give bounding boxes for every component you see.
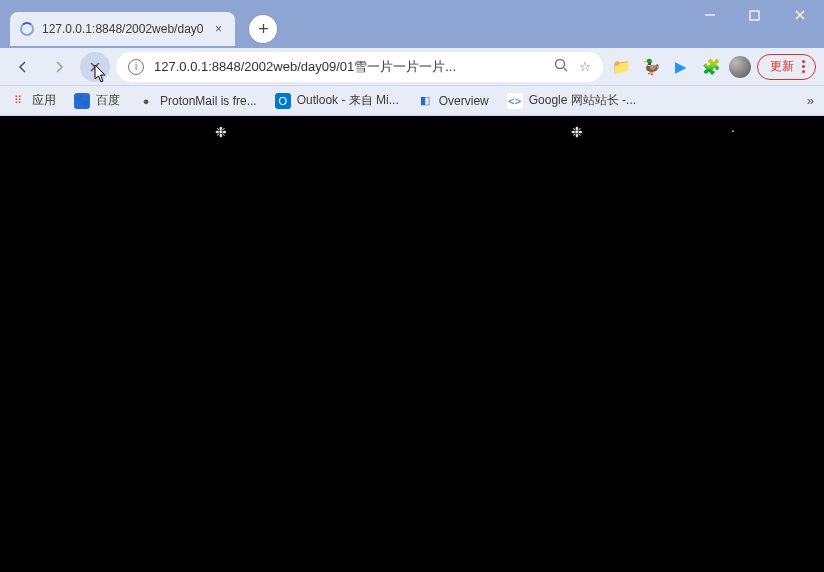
address-bar[interactable]: i 127.0.0.1:8848/2002web/day09/01雪一片一片一片… xyxy=(116,52,603,82)
loading-spinner-icon xyxy=(20,22,34,36)
tab-strip: 127.0.0.1:8848/2002web/day0 × + xyxy=(0,10,277,48)
bookmark-label: Google 网站站长 -... xyxy=(529,92,636,109)
bookmark-label: ProtonMail is fre... xyxy=(160,94,257,108)
snowflake-icon: · xyxy=(731,122,735,138)
bookmark-icon: 🐾 xyxy=(74,93,90,109)
bookmark-label: Outlook - 来自 Mi... xyxy=(297,92,399,109)
bookmark-star-icon[interactable]: ☆ xyxy=(579,59,591,74)
ext-play-icon[interactable]: ▶ xyxy=(669,55,693,79)
window-close-button[interactable] xyxy=(777,0,822,30)
forward-button[interactable] xyxy=(44,52,74,82)
bookmark-icon: <> xyxy=(507,93,523,109)
ext-duck-icon[interactable]: 🦆 xyxy=(639,55,663,79)
menu-icon xyxy=(802,60,805,73)
url-text: 127.0.0.1:8848/2002web/day09/01雪一片一片一片..… xyxy=(154,58,544,76)
window-controls xyxy=(687,0,822,30)
snowflake-icon: ❉ xyxy=(215,124,227,140)
new-tab-button[interactable]: + xyxy=(249,15,277,43)
bookmark-icon: ⠿ xyxy=(10,93,26,109)
minimize-button[interactable] xyxy=(687,0,732,30)
page-viewport: ❉❉· xyxy=(0,116,824,572)
bookmark-item[interactable]: 🐾百度 xyxy=(74,92,120,109)
toolbar: i 127.0.0.1:8848/2002web/day09/01雪一片一片一片… xyxy=(0,48,824,86)
update-label: 更新 xyxy=(770,58,794,75)
back-button[interactable] xyxy=(8,52,38,82)
title-bar: 127.0.0.1:8848/2002web/day0 × + xyxy=(0,0,824,48)
bookmarks-bar: ⠿应用🐾百度●ProtonMail is fre...OOutlook - 来自… xyxy=(0,86,824,116)
search-icon[interactable] xyxy=(554,58,569,76)
svg-point-6 xyxy=(556,59,565,68)
extensions-puzzle-icon[interactable]: 🧩 xyxy=(699,55,723,79)
bookmark-label: Overview xyxy=(439,94,489,108)
site-info-icon[interactable]: i xyxy=(128,59,144,75)
update-button[interactable]: 更新 xyxy=(757,54,816,80)
bookmark-item[interactable]: ⠿应用 xyxy=(10,92,56,109)
maximize-button[interactable] xyxy=(732,0,777,30)
bookmark-item[interactable]: OOutlook - 来自 Mi... xyxy=(275,92,399,109)
bookmark-item[interactable]: <>Google 网站站长 -... xyxy=(507,92,636,109)
svg-line-7 xyxy=(564,68,567,71)
ext-folder-icon[interactable]: 📁 xyxy=(609,55,633,79)
bookmark-item[interactable]: ●ProtonMail is fre... xyxy=(138,93,257,109)
bookmark-icon: ◧ xyxy=(417,93,433,109)
bookmark-label: 应用 xyxy=(32,92,56,109)
bookmark-icon: ● xyxy=(138,93,154,109)
bookmark-label: 百度 xyxy=(96,92,120,109)
tab-title: 127.0.0.1:8848/2002web/day0 xyxy=(42,22,203,36)
bookmarks-overflow-button[interactable]: » xyxy=(807,93,814,108)
tab-close-button[interactable]: × xyxy=(211,22,225,36)
profile-avatar[interactable] xyxy=(729,56,751,78)
stop-reload-button[interactable] xyxy=(80,52,110,82)
svg-rect-1 xyxy=(750,11,759,20)
bookmark-icon: O xyxy=(275,93,291,109)
browser-tab[interactable]: 127.0.0.1:8848/2002web/day0 × xyxy=(10,12,235,46)
snowflake-icon: ❉ xyxy=(571,124,583,140)
bookmark-item[interactable]: ◧Overview xyxy=(417,93,489,109)
